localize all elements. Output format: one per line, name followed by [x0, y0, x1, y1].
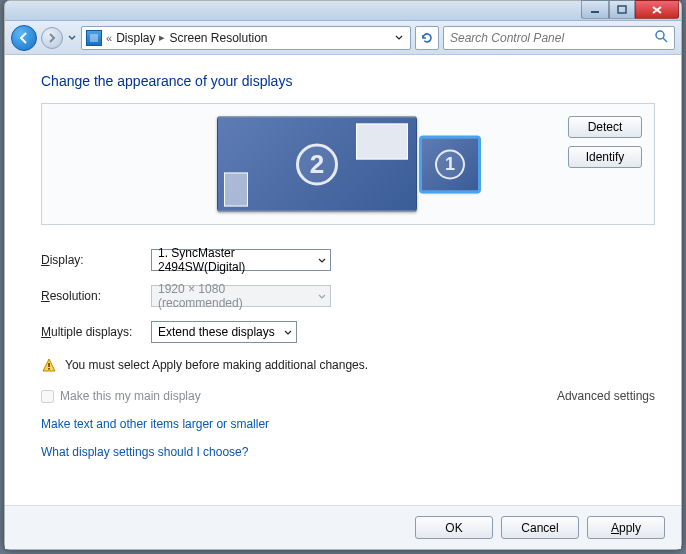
- svg-rect-5: [48, 363, 50, 367]
- svg-rect-2: [90, 34, 98, 42]
- display-select-value: 1. SyncMaster 2494SW(Digital): [158, 246, 312, 274]
- arrow-right-icon: [46, 32, 58, 44]
- maximize-button[interactable]: [609, 0, 635, 19]
- minimize-button[interactable]: [581, 0, 609, 19]
- nav-back-button[interactable]: [11, 25, 37, 51]
- chevron-down-icon: [284, 325, 292, 339]
- display-preview: 2 1 Detect Identify: [41, 103, 655, 225]
- navbar: « Display ▸ Screen Resolution: [5, 21, 681, 55]
- chevron-down-icon: [395, 35, 403, 41]
- search-icon: [654, 29, 668, 46]
- content-pane: Change the appearance of your displays 2…: [5, 55, 681, 505]
- arrow-left-icon: [17, 31, 31, 45]
- nav-forward-button[interactable]: [41, 27, 63, 49]
- multiple-displays-value: Extend these displays: [158, 325, 275, 339]
- multiple-displays-label: Multiple displays:: [41, 325, 151, 339]
- breadcrumb-sep-icon: ▸: [159, 31, 165, 44]
- advanced-settings-link[interactable]: Advanced settings: [557, 389, 655, 403]
- resolution-select-value: 1920 × 1080 (recommended): [158, 282, 312, 310]
- resolution-label: Resolution:: [41, 289, 151, 303]
- chevron-down-icon: [318, 289, 326, 303]
- svg-rect-0: [591, 11, 599, 13]
- ok-button[interactable]: OK: [415, 516, 493, 539]
- help-link[interactable]: What display settings should I choose?: [41, 445, 655, 459]
- apply-button[interactable]: Apply: [587, 516, 665, 539]
- button-bar: OK Cancel Apply: [5, 505, 681, 549]
- page-title: Change the appearance of your displays: [41, 73, 655, 89]
- warning-icon: [41, 357, 57, 373]
- window-frame: « Display ▸ Screen Resolution Change t: [4, 0, 682, 550]
- address-bar[interactable]: « Display ▸ Screen Resolution: [81, 26, 411, 50]
- mini-window-icon: [224, 173, 248, 207]
- chevron-down-icon: [68, 35, 76, 41]
- multiple-displays-select[interactable]: Extend these displays: [151, 321, 297, 343]
- svg-point-3: [656, 31, 664, 39]
- identify-button[interactable]: Identify: [568, 146, 642, 168]
- svg-rect-6: [48, 368, 50, 370]
- main-display-checkbox: [41, 390, 54, 403]
- monitor-2[interactable]: 2: [217, 117, 417, 212]
- monitor-number-label: 1: [435, 149, 465, 179]
- display-label: Display:: [41, 253, 151, 267]
- window-controls: [581, 0, 679, 19]
- main-display-label: Make this my main display: [60, 389, 201, 403]
- maximize-icon: [617, 5, 627, 15]
- cancel-button[interactable]: Cancel: [501, 516, 579, 539]
- search-box[interactable]: [443, 26, 675, 50]
- chevron-down-icon: [318, 253, 326, 267]
- svg-line-4: [663, 38, 667, 42]
- control-panel-icon: [86, 30, 102, 46]
- nav-history-dropdown[interactable]: [67, 29, 77, 47]
- breadcrumb-back-icon: «: [106, 32, 112, 44]
- address-dropdown[interactable]: [392, 35, 406, 41]
- monitor-1[interactable]: 1: [421, 137, 479, 191]
- svg-rect-1: [618, 6, 626, 13]
- resolution-select: 1920 × 1080 (recommended): [151, 285, 331, 307]
- mini-window-icon: [356, 124, 408, 160]
- search-input[interactable]: [450, 31, 654, 45]
- monitor-number-label: 2: [296, 143, 338, 185]
- resize-text-link[interactable]: Make text and other items larger or smal…: [41, 417, 655, 431]
- titlebar: [5, 1, 681, 21]
- display-select[interactable]: 1. SyncMaster 2494SW(Digital): [151, 249, 331, 271]
- refresh-icon: [420, 31, 434, 45]
- refresh-button[interactable]: [415, 26, 439, 50]
- warning-text: You must select Apply before making addi…: [65, 358, 368, 372]
- close-button[interactable]: [635, 0, 679, 19]
- minimize-icon: [590, 5, 600, 15]
- breadcrumb-screen-resolution[interactable]: Screen Resolution: [169, 31, 267, 45]
- detect-button[interactable]: Detect: [568, 116, 642, 138]
- close-icon: [651, 5, 663, 15]
- breadcrumb-display[interactable]: Display: [116, 31, 155, 45]
